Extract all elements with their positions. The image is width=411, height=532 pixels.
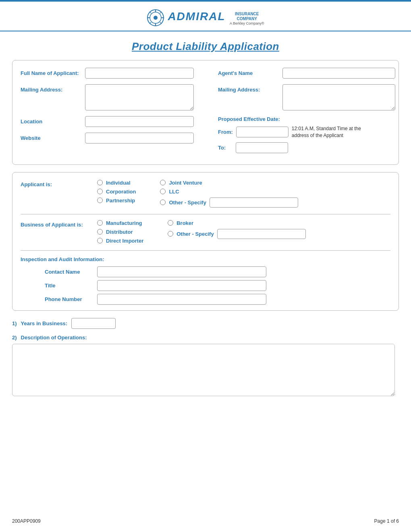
section2: 2) Description of Operations: bbox=[12, 335, 399, 398]
full-name-label: Full Name of Applicant: bbox=[21, 68, 81, 76]
radio-direct-importer[interactable]: Direct Importer bbox=[97, 238, 143, 244]
separator-1 bbox=[21, 214, 390, 214]
agent-mailing-label: Mailing Address: bbox=[218, 84, 278, 93]
business-applicant-label: Business of Applicant is: bbox=[21, 220, 89, 228]
radio-manufacturing[interactable]: Manufacturing bbox=[97, 220, 143, 226]
applicant-is-label: Applicant is: bbox=[21, 180, 89, 187]
business-radio-cols: Manufacturing Distributor Direct Importe… bbox=[97, 220, 306, 244]
applicant-info-section: Full Name of Applicant: Mailing Address:… bbox=[12, 60, 399, 165]
radio-business-other[interactable]: Other - Specify bbox=[168, 231, 214, 237]
contact-name-row: Contact Name bbox=[45, 266, 390, 277]
radio-other-specify[interactable]: Other - Specify bbox=[160, 200, 206, 206]
footer-left: 200APP0909 bbox=[12, 518, 41, 524]
radio-distributor-label: Distributor bbox=[106, 229, 133, 235]
radio-broker-input[interactable] bbox=[168, 220, 173, 226]
radio-corporation[interactable]: Corporation bbox=[97, 189, 136, 195]
radio-partnership[interactable]: Partnership bbox=[97, 197, 136, 204]
mailing-address-label: Mailing Address: bbox=[21, 84, 81, 93]
phone-row: Phone Number bbox=[45, 294, 390, 305]
radio-joint-venture-input[interactable] bbox=[160, 180, 166, 185]
mailing-address-input[interactable] bbox=[85, 84, 194, 110]
website-input[interactable] bbox=[85, 133, 194, 143]
full-name-input[interactable] bbox=[85, 68, 194, 79]
other-specify-input[interactable] bbox=[210, 197, 298, 208]
logo-area: ADMIRAL INSURANCECOMPANY A Berkley Compa… bbox=[0, 9, 411, 27]
section1: 1) Years in Business: bbox=[12, 318, 399, 329]
title-input[interactable] bbox=[97, 280, 266, 291]
years-in-business-input[interactable] bbox=[71, 318, 116, 329]
business-col1: Manufacturing Distributor Direct Importe… bbox=[97, 220, 143, 244]
business-applicant-row: Business of Applicant is: Manufacturing … bbox=[21, 220, 390, 244]
footer-right: Page 1 of 6 bbox=[374, 518, 399, 524]
radio-individual-input[interactable] bbox=[97, 180, 103, 185]
radio-manufacturing-input[interactable] bbox=[97, 220, 103, 226]
inspection-fields: Contact Name Title Phone Number bbox=[21, 266, 390, 305]
agent-mailing-input[interactable] bbox=[282, 84, 395, 110]
section1-text: Years in Business: bbox=[21, 320, 68, 326]
mailing-address-row: Mailing Address: bbox=[21, 84, 194, 110]
effective-date-label: Proposed Effective Date: bbox=[218, 116, 280, 122]
logo-insurance-text: INSURANCECOMPANY bbox=[230, 12, 264, 21]
radio-direct-importer-label: Direct Importer bbox=[106, 238, 143, 244]
location-input[interactable] bbox=[85, 116, 194, 127]
top-two-col: Full Name of Applicant: Mailing Address:… bbox=[21, 68, 390, 159]
location-row: Location bbox=[21, 116, 194, 127]
svg-point-10 bbox=[154, 16, 158, 20]
description-textarea[interactable] bbox=[12, 344, 395, 396]
to-date-input[interactable] bbox=[236, 142, 288, 153]
radio-other-input[interactable] bbox=[160, 200, 166, 205]
applicant-is-col1: Individual Corporation Partnership bbox=[97, 180, 136, 208]
footer: 200APP0909 Page 1 of 6 bbox=[12, 518, 399, 524]
radio-broker[interactable]: Broker bbox=[168, 220, 305, 226]
radio-distributor[interactable]: Distributor bbox=[97, 229, 143, 235]
col-right-agent: Agent's Name Mailing Address: Proposed E… bbox=[218, 68, 395, 159]
to-row: To: bbox=[218, 142, 288, 153]
section2-text: Description of Operations: bbox=[21, 335, 87, 341]
agent-name-label: Agent's Name bbox=[218, 68, 278, 76]
title-label: Title bbox=[45, 283, 93, 289]
radio-joint-venture[interactable]: Joint Venture bbox=[160, 180, 298, 186]
section2-label: 2) Description of Operations: bbox=[12, 335, 399, 341]
to-label: To: bbox=[218, 145, 232, 151]
radio-joint-venture-label: Joint Venture bbox=[169, 180, 202, 186]
section2-number: 2) bbox=[12, 335, 17, 341]
radio-partnership-label: Partnership bbox=[106, 197, 135, 204]
page-title: Product Liability Application bbox=[0, 40, 411, 53]
business-other-specify-input[interactable] bbox=[217, 229, 306, 239]
contact-name-input[interactable] bbox=[97, 266, 266, 277]
applicant-type-section: Applicant is: Individual Corporation Par… bbox=[12, 172, 399, 311]
agent-name-row: Agent's Name bbox=[218, 68, 395, 79]
applicant-other-specify-row: Other - Specify bbox=[160, 197, 298, 208]
business-col2: Broker Other - Specify bbox=[168, 220, 305, 244]
radio-distributor-input[interactable] bbox=[97, 229, 103, 235]
radio-individual[interactable]: Individual bbox=[97, 180, 136, 186]
radio-partnership-input[interactable] bbox=[97, 197, 103, 203]
logo-berkley-text: A Berkley Company® bbox=[230, 21, 264, 25]
from-row: From: 12:01 A.M, Standard Time at the ad… bbox=[218, 125, 364, 139]
phone-input[interactable] bbox=[97, 294, 266, 305]
agent-name-input[interactable] bbox=[282, 68, 395, 79]
section1-number: 1) bbox=[12, 320, 17, 326]
inspection-section: Inspection and Audit Information: Contac… bbox=[21, 256, 390, 305]
radio-llc[interactable]: LLC bbox=[160, 189, 298, 195]
from-date-input[interactable] bbox=[236, 127, 289, 137]
website-row: Website bbox=[21, 133, 194, 143]
phone-label: Phone Number bbox=[45, 296, 93, 302]
radio-individual-label: Individual bbox=[106, 180, 131, 186]
full-name-row: Full Name of Applicant: bbox=[21, 68, 194, 79]
col-left-applicant: Full Name of Applicant: Mailing Address:… bbox=[21, 68, 194, 159]
radio-business-other-input[interactable] bbox=[168, 231, 173, 237]
from-label: From: bbox=[218, 129, 233, 135]
page-title-section: Product Liability Application bbox=[0, 31, 411, 60]
radio-corporation-input[interactable] bbox=[97, 189, 103, 194]
header: ADMIRAL INSURANCECOMPANY A Berkley Compa… bbox=[0, 2, 411, 31]
logo-admiral-text: ADMIRAL bbox=[168, 10, 225, 23]
radio-broker-label: Broker bbox=[176, 220, 193, 226]
radio-other-label: Other - Specify bbox=[169, 200, 206, 206]
radio-direct-importer-input[interactable] bbox=[97, 238, 103, 243]
logo-text-group: ADMIRAL INSURANCECOMPANY A Berkley Compa… bbox=[168, 10, 264, 25]
radio-llc-input[interactable] bbox=[160, 189, 166, 194]
radio-business-other-label: Other - Specify bbox=[176, 231, 214, 237]
contact-name-label: Contact Name bbox=[45, 269, 93, 275]
section1-label: 1) Years in Business: bbox=[12, 318, 399, 329]
